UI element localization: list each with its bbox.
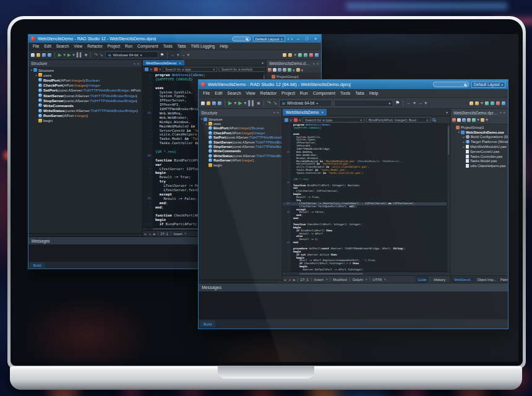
language-selector[interactable]: Delphi: [353, 278, 363, 282]
projects-dropdown-1[interactable]: ▾: [293, 68, 295, 72]
compile-icon[interactable]: [298, 53, 302, 57]
open-project-icon[interactable]: [36, 53, 40, 57]
menu-item[interactable]: View: [244, 91, 258, 95]
trace-into-icon[interactable]: ↘: [273, 101, 277, 106]
tree-item[interactable]: StartServer(const AServer: TIdHTTPWebBro…: [28, 93, 142, 98]
new-file-icon[interactable]: [201, 101, 205, 105]
breakpoint-flag-icon[interactable]: ⚑: [395, 101, 400, 106]
add-unit-icon[interactable]: [283, 53, 286, 57]
install-icon[interactable]: [496, 101, 500, 105]
editor-tab[interactable]: WebStencilsDemo×: [283, 109, 327, 116]
stop-button[interactable]: ■: [85, 53, 87, 57]
macro-stop-icon[interactable]: ■: [153, 232, 155, 236]
projects-build-icon[interactable]: [288, 68, 291, 72]
menu-item[interactable]: Tools: [338, 91, 353, 95]
tree-item[interactable]: SetPort(const AServer: TIdHTTPWebBrokerB…: [28, 88, 142, 93]
menu-item[interactable]: Tabs: [353, 91, 367, 95]
target-platform-combo[interactable]: ⊞Windows 64-bit▾: [279, 100, 332, 107]
titlebar[interactable]: WebStencilsDemo - RAD Studio 12 (64-bit)…: [199, 80, 508, 89]
open-folder-icon[interactable]: [475, 101, 479, 105]
save-icon[interactable]: [42, 53, 46, 57]
back-dropdown[interactable]: ▾: [177, 53, 179, 57]
tab-close-icon[interactable]: ×: [179, 61, 181, 65]
tree-item[interactable]: ▸Build Configurations (Debug): [451, 135, 508, 140]
structure-hscrollbar[interactable]: ‹›: [28, 233, 142, 236]
menu-item[interactable]: TMS Logging: [189, 44, 218, 48]
tree-item[interactable]: begin: [199, 163, 281, 167]
tree-item[interactable]: ServerConstU.pas: [451, 149, 508, 154]
dock-tab[interactable]: Object Insp...: [475, 278, 498, 282]
close-icon[interactable]: ×: [137, 62, 139, 66]
compile-icon[interactable]: [485, 101, 489, 105]
scroll-right-icon[interactable]: ›: [139, 234, 142, 236]
forward-dropdown[interactable]: ▾: [424, 101, 427, 106]
tree-item[interactable]: Tasks.Controller.pas: [451, 154, 508, 159]
ide-search-box[interactable]: [433, 82, 469, 87]
menu-item[interactable]: Help: [367, 91, 380, 95]
menu-item[interactable]: Run: [298, 91, 311, 95]
tree-item[interactable]: WriteStatus(const AServer: TIdHTTPWebBro…: [28, 108, 142, 113]
layout-save-icon[interactable]: ▪: [288, 37, 289, 41]
tree-item[interactable]: StartServer(const AServer: TIdHTTPWebBro…: [199, 140, 281, 144]
save-all-icon[interactable]: [218, 101, 221, 105]
open-folder-icon[interactable]: [288, 53, 292, 57]
tab-close-icon[interactable]: ×: [321, 110, 324, 114]
editor-vscrollbar[interactable]: [447, 124, 450, 272]
flask-icon[interactable]: [154, 67, 158, 71]
menu-item[interactable]: Search: [54, 44, 72, 48]
menu-item[interactable]: Edit: [41, 44, 53, 48]
menu-item[interactable]: View: [71, 44, 85, 48]
messages-body[interactable]: [199, 291, 508, 319]
tree-item[interactable]: BindPort(APort: Integer): Boolean: [28, 77, 142, 82]
save-icon[interactable]: [212, 101, 216, 105]
tree-item[interactable]: ▸uses: [28, 72, 142, 77]
pin-icon[interactable]: ▪: [500, 111, 501, 114]
tree-item[interactable]: StopServer(const AServer: TIdHTTPWebBrok…: [28, 98, 142, 103]
folder-dropdown[interactable]: ▾: [481, 101, 483, 106]
tree-item[interactable]: WriteCommands: [199, 149, 281, 153]
menu-item[interactable]: Component: [135, 44, 161, 48]
forward-icon[interactable]: →: [418, 101, 423, 106]
build-config-combo[interactable]: ▾: [334, 100, 393, 107]
projects-new-icon[interactable]: [457, 118, 461, 122]
back-icon[interactable]: ←: [171, 53, 175, 57]
menu-item[interactable]: Component: [311, 91, 338, 95]
macro-play-icon[interactable]: ▸: [285, 278, 286, 282]
module-icon[interactable]: [145, 67, 148, 71]
chevron-down-icon[interactable]: ▾: [299, 118, 301, 122]
menu-item[interactable]: File: [30, 44, 41, 48]
menu-item[interactable]: Refactor: [258, 91, 279, 95]
tree-item[interactable]: SetPort(const AServer: TIdHTTPWebBrokerB…: [199, 136, 281, 140]
run-without-debug-button[interactable]: ▶: [238, 101, 242, 106]
menu-item[interactable]: Tools: [161, 44, 175, 48]
close-icon[interactable]: ×: [503, 111, 505, 114]
step-over-icon[interactable]: ↷: [94, 53, 98, 57]
target-icon[interactable]: [502, 101, 505, 105]
menu-item[interactable]: Refactor: [85, 44, 105, 48]
projects-save-icon[interactable]: [462, 118, 466, 122]
pin-icon[interactable]: ▪: [273, 111, 275, 114]
maximize-button[interactable]: □: [304, 36, 310, 42]
module-icon[interactable]: [285, 118, 288, 122]
tree-item[interactable]: WriteCommands: [28, 103, 142, 108]
chevron-down-icon[interactable]: ▾: [290, 118, 292, 122]
menu-item[interactable]: File: [200, 91, 212, 95]
chevron-down-icon[interactable]: ▾: [160, 67, 161, 71]
build-icon[interactable]: [491, 101, 494, 105]
run-dropdown[interactable]: ▾: [234, 101, 236, 106]
editor-tab[interactable]: WebStencilsDemo×: [143, 60, 184, 66]
tree-item[interactable]: ▾WebStencilsDemo.exe: [451, 130, 508, 135]
titlebar[interactable]: WebStencilsDemo - RAD Studio 12 - WebSte…: [28, 35, 321, 43]
projects-view-icon[interactable]: [268, 68, 272, 72]
install-icon[interactable]: [309, 53, 313, 57]
projects-dropdown-1[interactable]: ▾: [477, 118, 479, 123]
close-icon[interactable]: ×: [316, 62, 319, 66]
method-nav-combo[interactable]: BindPort(APort: Integer): Bool▾: [366, 117, 431, 123]
stop-button[interactable]: ■: [257, 101, 260, 106]
tree-item[interactable]: utils.ClassHelpers.pas: [451, 163, 508, 168]
tree-item[interactable]: RunServer(APort: Integer): [28, 113, 142, 118]
insert-mode[interactable]: Insert: [314, 278, 324, 282]
breakpoint-flag-icon[interactable]: ⚑: [160, 53, 164, 57]
macro-stop-icon[interactable]: ■: [293, 278, 295, 282]
add-unit-icon[interactable]: [470, 101, 473, 105]
